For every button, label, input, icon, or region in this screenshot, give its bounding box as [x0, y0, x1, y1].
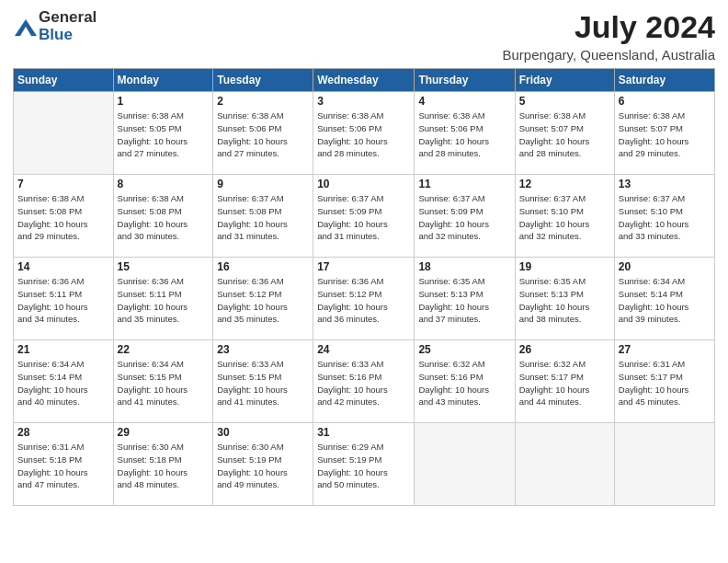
- day-info: Sunrise: 6:37 AMSunset: 5:10 PMDaylight:…: [619, 192, 711, 243]
- day-number: 15: [118, 260, 210, 273]
- calendar-cell: 24Sunrise: 6:33 AMSunset: 5:16 PMDayligh…: [313, 340, 415, 423]
- calendar-cell: 22Sunrise: 6:34 AMSunset: 5:15 PMDayligh…: [113, 340, 213, 423]
- day-number: 26: [519, 343, 610, 356]
- day-info: Sunrise: 6:36 AMSunset: 5:12 PMDaylight:…: [217, 275, 309, 326]
- calendar-cell: 1Sunrise: 6:38 AMSunset: 5:05 PMDaylight…: [113, 92, 213, 175]
- calendar-cell: 5Sunrise: 6:38 AMSunset: 5:07 PMDaylight…: [515, 92, 614, 175]
- day-number: 13: [619, 178, 711, 190]
- calendar-cell: 13Sunrise: 6:37 AMSunset: 5:10 PMDayligh…: [614, 175, 714, 258]
- day-number: 7: [17, 178, 109, 190]
- day-info: Sunrise: 6:38 AMSunset: 5:05 PMDaylight:…: [118, 109, 210, 160]
- day-info: Sunrise: 6:32 AMSunset: 5:17 PMDaylight:…: [519, 358, 610, 408]
- calendar-cell: 20Sunrise: 6:34 AMSunset: 5:14 PMDayligh…: [614, 258, 714, 340]
- calendar-cell: 16Sunrise: 6:36 AMSunset: 5:12 PMDayligh…: [213, 258, 313, 340]
- day-info: Sunrise: 6:32 AMSunset: 5:16 PMDaylight:…: [418, 358, 510, 408]
- day-number: 6: [619, 95, 711, 108]
- header: General Blue July 2024 Burpengary, Queen…: [13, 9, 715, 63]
- calendar-cell: 29Sunrise: 6:30 AMSunset: 5:18 PMDayligh…: [113, 423, 213, 506]
- logo: General Blue: [13, 9, 97, 43]
- calendar-cell: 4Sunrise: 6:38 AMSunset: 5:06 PMDaylight…: [415, 92, 515, 175]
- day-number: 22: [118, 343, 210, 356]
- calendar-cell: [614, 423, 714, 506]
- week-row: 7Sunrise: 6:38 AMSunset: 5:08 PMDaylight…: [14, 175, 715, 258]
- day-number: 31: [317, 426, 410, 439]
- calendar-cell: 8Sunrise: 6:38 AMSunset: 5:08 PMDaylight…: [113, 175, 213, 258]
- day-info: Sunrise: 6:35 AMSunset: 5:13 PMDaylight:…: [519, 275, 610, 326]
- calendar-cell: 9Sunrise: 6:37 AMSunset: 5:08 PMDaylight…: [213, 175, 313, 258]
- calendar-cell: 2Sunrise: 6:38 AMSunset: 5:06 PMDaylight…: [213, 92, 313, 175]
- page: General Blue July 2024 Burpengary, Queen…: [0, 0, 728, 563]
- week-row: 21Sunrise: 6:34 AMSunset: 5:14 PMDayligh…: [14, 340, 715, 423]
- calendar-cell: 14Sunrise: 6:36 AMSunset: 5:11 PMDayligh…: [14, 258, 114, 340]
- calendar-cell: 28Sunrise: 6:31 AMSunset: 5:18 PMDayligh…: [14, 423, 114, 506]
- day-info: Sunrise: 6:31 AMSunset: 5:17 PMDaylight:…: [619, 358, 711, 408]
- day-number: 9: [217, 178, 309, 190]
- day-info: Sunrise: 6:38 AMSunset: 5:06 PMDaylight:…: [217, 109, 309, 160]
- calendar-cell: 7Sunrise: 6:38 AMSunset: 5:08 PMDaylight…: [14, 175, 114, 258]
- day-number: 12: [519, 178, 610, 190]
- day-info: Sunrise: 6:33 AMSunset: 5:16 PMDaylight:…: [317, 358, 410, 408]
- title-area: July 2024 Burpengary, Queensland, Austra…: [502, 9, 715, 63]
- day-number: 14: [17, 260, 109, 273]
- week-row: 14Sunrise: 6:36 AMSunset: 5:11 PMDayligh…: [14, 258, 715, 340]
- weekday-header: Saturday: [614, 69, 714, 92]
- week-row: 28Sunrise: 6:31 AMSunset: 5:18 PMDayligh…: [14, 423, 715, 506]
- calendar-cell: 15Sunrise: 6:36 AMSunset: 5:11 PMDayligh…: [113, 258, 213, 340]
- subtitle: Burpengary, Queensland, Australia: [502, 47, 715, 63]
- calendar-cell: 3Sunrise: 6:38 AMSunset: 5:06 PMDaylight…: [313, 92, 415, 175]
- day-number: 19: [519, 260, 610, 273]
- day-info: Sunrise: 6:37 AMSunset: 5:08 PMDaylight:…: [217, 192, 309, 243]
- day-info: Sunrise: 6:36 AMSunset: 5:11 PMDaylight:…: [118, 275, 210, 326]
- day-number: 16: [217, 260, 309, 273]
- calendar-cell: 26Sunrise: 6:32 AMSunset: 5:17 PMDayligh…: [515, 340, 614, 423]
- weekday-header: Tuesday: [213, 69, 313, 92]
- day-info: Sunrise: 6:37 AMSunset: 5:09 PMDaylight:…: [418, 192, 510, 243]
- calendar-cell: [14, 92, 114, 175]
- weekday-header: Monday: [113, 69, 213, 92]
- day-number: 30: [217, 426, 309, 439]
- day-info: Sunrise: 6:35 AMSunset: 5:13 PMDaylight:…: [418, 275, 510, 326]
- day-number: 2: [217, 95, 309, 108]
- calendar-cell: 21Sunrise: 6:34 AMSunset: 5:14 PMDayligh…: [14, 340, 114, 423]
- calendar-cell: 31Sunrise: 6:29 AMSunset: 5:19 PMDayligh…: [313, 423, 415, 506]
- weekday-header: Sunday: [14, 69, 114, 92]
- day-info: Sunrise: 6:34 AMSunset: 5:14 PMDaylight:…: [17, 358, 109, 408]
- day-number: 10: [317, 178, 410, 190]
- calendar-table: SundayMondayTuesdayWednesdayThursdayFrid…: [13, 68, 715, 506]
- day-number: 1: [118, 95, 210, 108]
- calendar-cell: 6Sunrise: 6:38 AMSunset: 5:07 PMDaylight…: [614, 92, 714, 175]
- day-info: Sunrise: 6:38 AMSunset: 5:06 PMDaylight:…: [418, 109, 510, 160]
- day-number: 18: [418, 260, 510, 273]
- calendar-cell: 19Sunrise: 6:35 AMSunset: 5:13 PMDayligh…: [515, 258, 614, 340]
- day-number: 8: [118, 178, 210, 190]
- day-info: Sunrise: 6:38 AMSunset: 5:07 PMDaylight:…: [519, 109, 610, 160]
- calendar-cell: 30Sunrise: 6:30 AMSunset: 5:19 PMDayligh…: [213, 423, 313, 506]
- day-number: 17: [317, 260, 410, 273]
- weekday-header: Friday: [515, 69, 614, 92]
- day-info: Sunrise: 6:31 AMSunset: 5:18 PMDaylight:…: [17, 441, 109, 491]
- logo-icon: [13, 16, 39, 41]
- calendar-cell: 12Sunrise: 6:37 AMSunset: 5:10 PMDayligh…: [515, 175, 614, 258]
- calendar-cell: 25Sunrise: 6:32 AMSunset: 5:16 PMDayligh…: [415, 340, 515, 423]
- day-info: Sunrise: 6:38 AMSunset: 5:08 PMDaylight:…: [17, 192, 109, 243]
- calendar-cell: 11Sunrise: 6:37 AMSunset: 5:09 PMDayligh…: [415, 175, 515, 258]
- day-info: Sunrise: 6:34 AMSunset: 5:15 PMDaylight:…: [118, 358, 210, 408]
- main-title: July 2024: [502, 9, 715, 45]
- logo-general-text: General: [39, 9, 97, 27]
- logo-text: General Blue: [39, 9, 97, 43]
- day-info: Sunrise: 6:34 AMSunset: 5:14 PMDaylight:…: [619, 275, 711, 326]
- calendar-cell: 27Sunrise: 6:31 AMSunset: 5:17 PMDayligh…: [614, 340, 714, 423]
- day-number: 23: [217, 343, 309, 356]
- weekday-header: Thursday: [415, 69, 515, 92]
- day-info: Sunrise: 6:38 AMSunset: 5:07 PMDaylight:…: [619, 109, 711, 160]
- day-info: Sunrise: 6:36 AMSunset: 5:11 PMDaylight:…: [17, 275, 109, 326]
- calendar-cell: 18Sunrise: 6:35 AMSunset: 5:13 PMDayligh…: [415, 258, 515, 340]
- week-row: 1Sunrise: 6:38 AMSunset: 5:05 PMDaylight…: [14, 92, 715, 175]
- day-number: 28: [17, 426, 109, 439]
- day-info: Sunrise: 6:37 AMSunset: 5:09 PMDaylight:…: [317, 192, 410, 243]
- day-number: 11: [418, 178, 510, 190]
- day-info: Sunrise: 6:36 AMSunset: 5:12 PMDaylight:…: [317, 275, 410, 326]
- calendar-cell: 23Sunrise: 6:33 AMSunset: 5:15 PMDayligh…: [213, 340, 313, 423]
- day-number: 4: [418, 95, 510, 108]
- day-info: Sunrise: 6:30 AMSunset: 5:18 PMDaylight:…: [118, 441, 210, 491]
